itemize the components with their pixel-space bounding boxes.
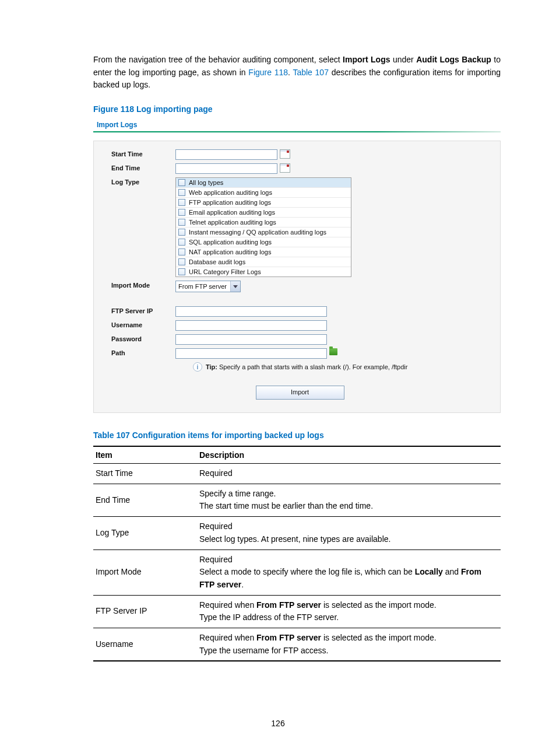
ftp-server-ip-input[interactable] — [175, 306, 327, 317]
page-number: 126 — [0, 719, 556, 728]
end-time-label: End Time — [111, 163, 175, 172]
figure-link[interactable]: Figure 118 — [248, 68, 288, 77]
start-time-label: Start Time — [111, 149, 175, 158]
log-type-option[interactable]: All log types — [176, 178, 351, 188]
log-type-option[interactable]: SQL application auditing logs — [176, 237, 351, 247]
checkbox-icon[interactable] — [178, 189, 185, 196]
panel-title: Import Logs — [93, 118, 501, 131]
log-type-option-label: Database audit logs — [189, 258, 245, 265]
table-cell-desc: Specify a time range.The start time must… — [197, 484, 501, 516]
log-type-label: Log Type — [111, 177, 175, 186]
table-row: End TimeSpecify a time range.The start t… — [93, 484, 501, 516]
folder-icon[interactable] — [329, 348, 337, 355]
tip-row: i Tip: Specify a path that starts with a… — [193, 362, 488, 372]
log-type-option[interactable]: NAT application auditing logs — [176, 247, 351, 257]
log-type-option[interactable]: URL Category Filter Logs — [176, 267, 351, 276]
table-cell-desc: Required — [197, 464, 501, 484]
checkbox-icon[interactable] — [178, 219, 185, 226]
chevron-down-icon — [230, 281, 240, 292]
password-label: Password — [111, 334, 175, 342]
import-button[interactable]: Import — [256, 386, 344, 400]
checkbox-icon[interactable] — [178, 209, 185, 216]
table-row: Import ModeRequiredSelect a mode to spec… — [93, 550, 501, 595]
log-type-option-label: SQL application auditing logs — [189, 239, 272, 246]
username-input[interactable] — [175, 320, 327, 331]
table-cell-desc: Required when From FTP server is selecte… — [197, 595, 501, 628]
ftp-server-ip-label: FTP Server IP — [111, 306, 175, 314]
checkbox-icon[interactable] — [178, 268, 185, 275]
start-time-input[interactable] — [175, 149, 277, 160]
table-cell-desc: RequiredSelect a mode to specify where t… — [197, 550, 501, 595]
calendar-icon[interactable] — [280, 149, 290, 159]
checkbox-icon[interactable] — [178, 229, 185, 236]
table-cell-item: Username — [93, 628, 197, 661]
log-type-option-label: All log types — [189, 179, 223, 186]
table-row: FTP Server IPRequired when From FTP serv… — [93, 595, 501, 628]
table-header-item: Item — [93, 446, 197, 464]
table-cell-desc: Required when From FTP server is selecte… — [197, 628, 501, 661]
log-type-option-label: Email application auditing logs — [189, 209, 275, 216]
table-cell-item: End Time — [93, 484, 197, 516]
info-icon: i — [193, 362, 202, 372]
checkbox-icon[interactable] — [178, 199, 185, 206]
intro-paragraph: From the navigation tree of the behavior… — [93, 54, 501, 92]
log-type-option[interactable]: Web application auditing logs — [176, 188, 351, 198]
table-header-desc: Description — [197, 446, 501, 464]
divider — [93, 131, 501, 132]
table-cell-item: Log Type — [93, 517, 197, 550]
table-cell-item: Import Mode — [93, 550, 197, 595]
log-type-option-label: Web application auditing logs — [189, 189, 272, 196]
log-type-option-label: Telnet application auditing logs — [189, 219, 276, 226]
table-link[interactable]: Table 107 — [293, 68, 329, 77]
table-row: UsernameRequired when From FTP server is… — [93, 628, 501, 661]
table-row: Log TypeRequiredSelect log types. At pre… — [93, 517, 501, 550]
table-cell-item: Start Time — [93, 464, 197, 484]
checkbox-icon[interactable] — [178, 179, 185, 186]
log-type-option[interactable]: Telnet application auditing logs — [176, 218, 351, 228]
log-type-option-label: NAT application auditing logs — [189, 249, 271, 256]
import-mode-label: Import Mode — [111, 281, 175, 289]
table-row: Start TimeRequired — [93, 464, 501, 484]
figure-118: Import Logs Start Time End Time Log Type… — [93, 118, 501, 413]
table-cell-item: FTP Server IP — [93, 595, 197, 628]
log-type-option[interactable]: FTP application auditing logs — [176, 198, 351, 208]
username-label: Username — [111, 320, 175, 328]
import-form: Start Time End Time Log Type All log typ… — [93, 141, 501, 413]
log-type-option[interactable]: Email application auditing logs — [176, 208, 351, 218]
log-type-option-label: URL Category Filter Logs — [189, 268, 261, 275]
table-caption: Table 107 Configuration items for import… — [93, 430, 501, 440]
calendar-icon[interactable] — [280, 163, 290, 173]
log-type-option[interactable]: Database audit logs — [176, 257, 351, 267]
checkbox-icon[interactable] — [178, 239, 185, 246]
checkbox-icon[interactable] — [178, 258, 185, 265]
log-type-listbox[interactable]: All log typesWeb application auditing lo… — [175, 177, 351, 277]
table-cell-desc: RequiredSelect log types. At present, ni… — [197, 517, 501, 550]
log-type-option-label: Instant messaging / QQ application audit… — [189, 229, 326, 236]
end-time-input[interactable] — [175, 163, 277, 174]
checkbox-icon[interactable] — [178, 249, 185, 256]
log-type-option-label: FTP application auditing logs — [189, 199, 271, 206]
import-mode-select[interactable]: From FTP server — [175, 281, 241, 292]
config-table: Item Description Start TimeRequiredEnd T… — [93, 446, 501, 662]
password-input[interactable] — [175, 334, 327, 345]
log-type-option[interactable]: Instant messaging / QQ application audit… — [176, 228, 351, 237]
path-input[interactable] — [175, 348, 327, 359]
path-label: Path — [111, 348, 175, 356]
figure-caption: Figure 118 Log importing page — [93, 104, 501, 114]
